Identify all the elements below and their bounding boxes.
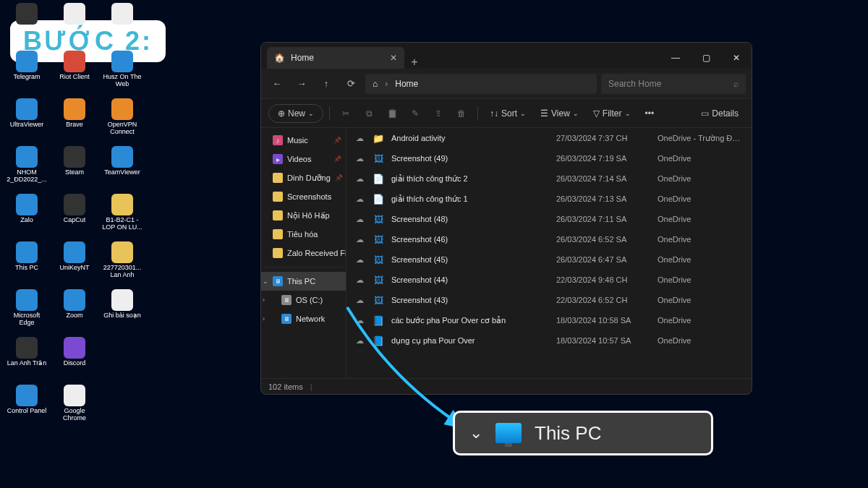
- cloud-icon: ☁: [354, 194, 365, 204]
- file-row[interactable]: ☁📘các bước pha Pour Over cơ bản18/03/202…: [346, 310, 752, 330]
- file-name: dụng cụ pha Pour Over: [391, 336, 549, 346]
- file-row[interactable]: ☁🖼Screenshot (49)26/03/2024 7:19 SAOneDr…: [346, 148, 752, 168]
- file-icon: 🖼: [373, 294, 384, 306]
- app-icon: [111, 289, 133, 311]
- desktop-icon[interactable]: UltraViewer: [4, 95, 49, 142]
- desktop-icon[interactable]: Zoom: [52, 286, 97, 333]
- file-location: OneDrive: [658, 255, 744, 264]
- desktop-icon[interactable]: TeamViewer: [100, 143, 145, 189]
- file-row[interactable]: ☁🖼Screenshot (48)26/03/2024 7:11 SAOneDr…: [346, 209, 752, 229]
- sidebar-item[interactable]: Dinh Dưỡng📌: [261, 168, 346, 187]
- desktop-icon[interactable]: OpenVPN Connect: [100, 95, 145, 142]
- file-row[interactable]: ☁🖼Screenshot (45)26/03/2024 6:47 SAOneDr…: [346, 249, 752, 270]
- tab-home[interactable]: 🏠 Home ✕: [267, 47, 404, 69]
- folder-icon: ♪: [273, 135, 283, 145]
- file-row[interactable]: ☁📁Android activity27/03/2024 7:37 CHOneD…: [346, 128, 752, 148]
- app-icon: [64, 385, 85, 406]
- close-tab-icon[interactable]: ✕: [390, 53, 397, 63]
- file-row[interactable]: ☁📄giải thích công thức 226/03/2024 7:14 …: [346, 168, 752, 189]
- desktop-icon[interactable]: Riot Client: [52, 48, 97, 94]
- file-name: Screenshot (46): [391, 235, 549, 244]
- sort-button[interactable]: ↑↓ Sort ⌄: [484, 104, 532, 123]
- address-bar[interactable]: ⌂ › Home: [365, 74, 597, 94]
- breadcrumb: Home: [395, 79, 418, 89]
- copy-icon[interactable]: ⧉: [359, 104, 379, 123]
- icon-label: TeamViewer: [104, 169, 140, 176]
- desktop-icon[interactable]: Zalo: [4, 191, 49, 237]
- new-tab-button[interactable]: +: [404, 56, 425, 69]
- sidebar-label: Network: [296, 314, 325, 323]
- refresh-button[interactable]: ⟳: [341, 74, 361, 94]
- desktop-icon[interactable]: Steam: [52, 143, 97, 189]
- file-row[interactable]: ☁🖼Screenshot (44)22/03/2024 9:48 CHOneDr…: [346, 270, 752, 290]
- desktop-icon[interactable]: Notion: [52, 0, 97, 46]
- back-button[interactable]: ←: [267, 74, 287, 94]
- pin-icon: 📌: [333, 155, 341, 163]
- new-button[interactable]: ⊕ New ⌄: [268, 104, 323, 123]
- sidebar-item[interactable]: ▸Videos📌: [261, 150, 346, 168]
- cloud-icon: ☁: [354, 174, 365, 184]
- icon-label: UltraViewer: [10, 121, 43, 129]
- desktop-icon[interactable]: Recycle Bin: [4, 0, 49, 46]
- chevron-right-icon: ›: [385, 79, 388, 89]
- app-icon: [16, 51, 38, 72]
- desktop-icon[interactable]: CapCut: [52, 191, 97, 237]
- search-input[interactable]: Search Home ⌕: [601, 74, 746, 94]
- icon-label: NHÓM 2_ĐD2022_...: [5, 169, 48, 184]
- icon-label: Zoom: [66, 312, 82, 320]
- delete-icon[interactable]: 🗑: [451, 104, 472, 123]
- desktop-icon[interactable]: This PC: [4, 239, 49, 285]
- desktop-icon[interactable]: Brave: [52, 95, 97, 142]
- more-button[interactable]: •••: [639, 104, 660, 123]
- view-button[interactable]: ☰ View ⌄: [535, 104, 584, 123]
- desktop-icon[interactable]: NHÓM 2_ĐD2022_...: [4, 143, 49, 189]
- sidebar-label: Music: [287, 136, 308, 145]
- desktop-icon[interactable]: Discord: [52, 334, 97, 380]
- desktop-icon[interactable]: Control Panel: [4, 382, 49, 428]
- maximize-button[interactable]: ▢: [691, 47, 721, 69]
- file-row[interactable]: ☁📘dụng cụ pha Pour Over18/03/2024 10:57 …: [346, 330, 752, 351]
- file-row[interactable]: ☁🖼Screenshot (43)22/03/2024 6:52 CHOneDr…: [346, 290, 752, 310]
- new-label: New: [288, 108, 305, 119]
- cut-icon[interactable]: ✂: [336, 104, 356, 123]
- icon-label: Notion: [65, 26, 84, 33]
- file-location: OneDrive: [658, 194, 744, 203]
- forward-button[interactable]: →: [292, 74, 312, 94]
- app-icon: [64, 3, 85, 25]
- file-row[interactable]: ☁📄giải thích công thức 126/03/2024 7:13 …: [346, 189, 752, 209]
- sidebar-item[interactable]: Tiêu hóa: [261, 225, 346, 244]
- file-row[interactable]: ☁🖼Screenshot (46)26/03/2024 6:52 SAOneDr…: [346, 229, 752, 249]
- icon-label: 227720301... Lan Anh: [101, 265, 144, 279]
- desktop-icon[interactable]: Lan Anh Trần: [4, 334, 49, 380]
- filter-button[interactable]: ▽ Filter ⌄: [587, 104, 637, 123]
- cloud-icon: ☁: [354, 275, 365, 285]
- icon-label: Microsoft Edge: [5, 312, 48, 327]
- sidebar-item-this-pc[interactable]: ⌄🖥This PC: [261, 272, 346, 291]
- sidebar-item[interactable]: Screenshots: [261, 187, 346, 206]
- sidebar-item[interactable]: ♪Music📌: [261, 131, 346, 150]
- details-button[interactable]: ▭ Details: [695, 104, 744, 123]
- desktop-icon[interactable]: 227720301... Lan Anh: [100, 239, 145, 285]
- desktop-icon[interactable]: Ghi bài soạn: [100, 286, 145, 333]
- desktop-icon[interactable]: Telegram: [4, 48, 49, 94]
- close-button[interactable]: ✕: [721, 47, 752, 69]
- desktop-icon[interactable]: Microsoft Edge: [4, 286, 49, 333]
- sidebar-item-os-c-[interactable]: ›🖥OS (C:): [261, 291, 346, 309]
- desktop-icon[interactable]: Husz On The Web: [100, 48, 145, 94]
- sidebar-item-network[interactable]: ›🖥Network: [261, 309, 346, 328]
- rename-icon[interactable]: ✎: [405, 104, 425, 123]
- desktop-icon[interactable]: UniKeyNT: [52, 239, 97, 285]
- desktop-icon[interactable]: Chrome: [100, 0, 145, 46]
- desktop-icon[interactable]: B1-B2-C1 - LOP ON LU...: [100, 191, 145, 237]
- tab-bar: 🏠 Home ✕ + — ▢ ✕: [261, 43, 752, 69]
- paste-icon[interactable]: 📋: [382, 104, 402, 123]
- icon-label: Recycle Bin: [9, 26, 44, 33]
- sidebar-item[interactable]: Zalo Received Fi: [261, 244, 346, 262]
- desktop-icon[interactable]: Google Chrome: [52, 382, 97, 428]
- sidebar-item[interactable]: Nội Hô Hấp: [261, 206, 346, 225]
- up-button[interactable]: ↑: [316, 74, 336, 94]
- home-icon: 🏠: [274, 53, 285, 63]
- minimize-button[interactable]: —: [660, 47, 691, 69]
- sidebar-label: Screenshots: [287, 192, 331, 201]
- share-icon[interactable]: ⇪: [428, 104, 448, 123]
